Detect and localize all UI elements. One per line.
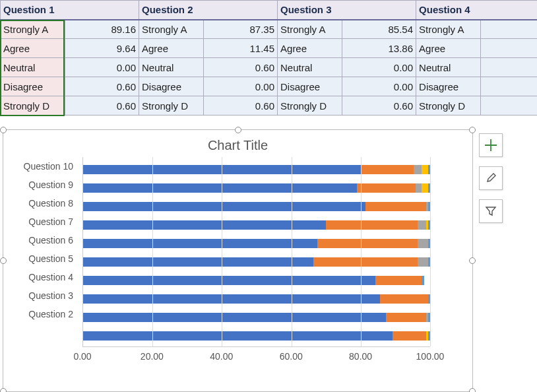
y-tick-label: Question 4: [3, 271, 79, 289]
row-label-cell[interactable]: Agree: [416, 39, 481, 58]
col-header[interactable]: Question 4: [416, 1, 537, 20]
value-cell[interactable]: 0.00: [342, 77, 416, 96]
chart-object[interactable]: Chart Title Question 10Question 9Questio…: [3, 129, 473, 392]
table-row[interactable]: Strongly D0.60Strongly D0.60Strongly D0.…: [1, 96, 538, 115]
row-label-cell[interactable]: Agree: [278, 39, 342, 58]
bar-segment[interactable]: [361, 165, 413, 174]
resize-handle[interactable]: [0, 388, 7, 392]
table-row[interactable]: Neutral0.00Neutral0.60Neutral0.00Neutral…: [1, 58, 538, 77]
value-cell[interactable]: 13.86: [342, 39, 416, 58]
row-label-cell[interactable]: Strongly A: [278, 20, 342, 39]
data-table[interactable]: Question 1 Question 2 Question 3 Questio…: [0, 0, 537, 115]
x-tick-label: 20.00: [141, 351, 164, 362]
value-cell[interactable]: 0.60: [65, 77, 139, 96]
chart-filter-button[interactable]: [479, 199, 503, 223]
row-label-cell[interactable]: Strongly D: [278, 96, 342, 115]
bar-segment[interactable]: [422, 165, 427, 174]
value-cell[interactable]: 9.64: [65, 39, 139, 58]
bar-segment[interactable]: [418, 220, 426, 230]
bar-segment[interactable]: [83, 313, 386, 322]
bar-segment[interactable]: [83, 220, 326, 230]
value-cell[interactable]: 0.60: [204, 96, 278, 115]
row-label-cell[interactable]: Agree: [1, 39, 65, 58]
table-header-row: Question 1 Question 2 Question 3 Questio…: [1, 1, 538, 20]
bar-segment[interactable]: [422, 276, 424, 285]
bar-segment[interactable]: [375, 276, 422, 285]
bar-segment[interactable]: [418, 239, 428, 248]
value-cell[interactable]: 11.45: [204, 39, 278, 58]
y-tick-label: Question 7: [3, 215, 79, 234]
row-label-cell[interactable]: Neutral: [139, 58, 204, 77]
row-label-cell[interactable]: Strongly D: [1, 96, 65, 115]
row-label-cell[interactable]: Strongly A: [139, 20, 204, 39]
row-label-cell[interactable]: Neutral: [1, 58, 65, 77]
bar-segment[interactable]: [393, 331, 426, 341]
col-header[interactable]: Question 2: [139, 1, 278, 20]
table-row[interactable]: Disagree0.60Disagree0.00Disagree0.00Disa…: [1, 77, 538, 96]
value-cell[interactable]: 0.00: [65, 58, 139, 77]
value-cell[interactable]: 84: [481, 20, 537, 39]
row-label-cell[interactable]: Strongly A: [416, 20, 481, 39]
value-cell[interactable]: 0.60: [342, 96, 416, 115]
table-row[interactable]: Strongly A89.16Strongly A87.35Strongly A…: [1, 20, 538, 39]
resize-handle[interactable]: [0, 127, 7, 133]
bar-segment[interactable]: [83, 183, 357, 193]
bar-segment[interactable]: [317, 239, 418, 248]
value-cell[interactable]: 0.00: [342, 58, 416, 77]
bar-row: [83, 161, 430, 180]
resize-handle[interactable]: [469, 127, 476, 133]
value-cell[interactable]: 0: [481, 58, 537, 77]
value-cell[interactable]: 0: [481, 96, 537, 115]
bar-segment[interactable]: [416, 183, 422, 193]
row-label-cell[interactable]: Strongly D: [139, 96, 204, 115]
chart-title[interactable]: Chart Title: [3, 130, 472, 157]
bar-row: [83, 272, 430, 290]
chart-flyout: [479, 133, 503, 223]
value-cell[interactable]: 89.16: [65, 20, 139, 39]
bar-segment[interactable]: [365, 202, 426, 211]
row-label-cell[interactable]: Disagree: [278, 77, 342, 96]
value-cell[interactable]: 0.60: [204, 58, 278, 77]
x-tick-label: 80.00: [349, 351, 372, 362]
bar-segment[interactable]: [422, 183, 427, 193]
resize-handle[interactable]: [235, 127, 241, 133]
row-label-cell[interactable]: Neutral: [278, 58, 342, 77]
bar-segment[interactable]: [83, 202, 365, 211]
value-cell[interactable]: 85.54: [342, 20, 416, 39]
value-cell[interactable]: 87.35: [204, 20, 278, 39]
gridline: [222, 157, 222, 346]
bar-segment[interactable]: [418, 257, 428, 267]
chart-add-element-button[interactable]: [479, 133, 503, 157]
col-header[interactable]: Question 1: [1, 1, 139, 20]
row-label-cell[interactable]: Disagree: [139, 77, 204, 96]
bar-segment[interactable]: [83, 331, 393, 341]
bar-segment[interactable]: [357, 183, 416, 193]
row-label-cell[interactable]: Strongly D: [416, 96, 481, 115]
row-label-cell[interactable]: Strongly A: [1, 20, 65, 39]
chart-style-button[interactable]: [479, 166, 503, 190]
value-cell[interactable]: 13: [481, 39, 537, 58]
row-label-cell[interactable]: Disagree: [1, 77, 65, 96]
resize-handle[interactable]: [469, 388, 476, 392]
bar-segment[interactable]: [380, 294, 428, 304]
row-label-cell[interactable]: Disagree: [416, 77, 481, 96]
table-row[interactable]: Agree9.64Agree11.45Agree13.86Agree13: [1, 39, 538, 58]
resize-handle[interactable]: [469, 257, 476, 264]
bar-segment[interactable]: [83, 257, 313, 267]
row-label-cell[interactable]: Agree: [139, 39, 204, 58]
col-header[interactable]: Question 3: [278, 1, 416, 20]
bar-segment[interactable]: [83, 276, 375, 285]
bar-segment[interactable]: [83, 239, 317, 248]
value-cell[interactable]: 0.60: [65, 96, 139, 115]
row-label-cell[interactable]: Neutral: [416, 58, 481, 77]
bar-segment[interactable]: [386, 313, 426, 322]
value-cell[interactable]: 0.00: [204, 77, 278, 96]
bar-segment[interactable]: [83, 294, 380, 304]
brush-icon: [484, 172, 497, 185]
y-tick-label: Question 3: [3, 289, 79, 308]
bar-segment[interactable]: [326, 220, 418, 230]
bar-segment[interactable]: [414, 165, 422, 174]
y-tick-label: Question 10: [3, 160, 79, 178]
value-cell[interactable]: 0: [481, 77, 537, 96]
bar-segment[interactable]: [313, 257, 418, 267]
